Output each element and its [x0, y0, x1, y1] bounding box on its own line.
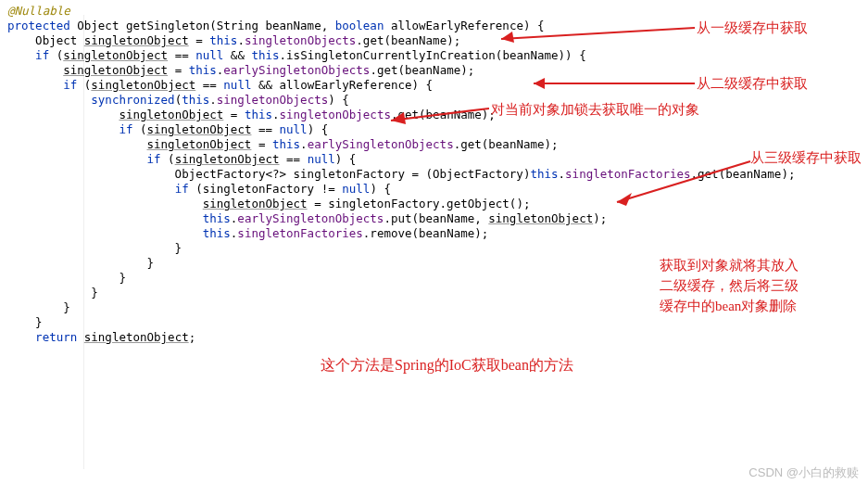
svg-line-6 [617, 161, 750, 202]
code-line: Object singletonObject = this.singletonO… [7, 33, 868, 48]
annotation-text: 获取到对象就将其放入 [660, 258, 799, 273]
arrow-icon [521, 74, 695, 93]
code-line: } [7, 315, 868, 330]
arrow-icon [486, 22, 695, 45]
svg-marker-3 [534, 78, 545, 89]
annotation: @Nullable [7, 4, 70, 18]
annotation-text: 从三级缓存中获取 [750, 150, 862, 165]
svg-marker-5 [391, 112, 406, 124]
annotation-text: 对当前对象加锁去获取唯一的对象 [491, 102, 699, 117]
arrow-icon [604, 158, 752, 206]
annotation-text: 从一级缓存中获取 [697, 20, 808, 35]
code-line: if (singletonObject == null && this.isSi… [7, 48, 868, 63]
code-line: this.earlySingletonObjects.put(beanName,… [7, 211, 868, 226]
code-line: this.singletonFactories.remove(beanName)… [7, 226, 868, 241]
annotation-text: 二级缓存，然后将三级 [660, 278, 799, 293]
code-line: singletonObject = this.earlySingletonObj… [7, 137, 868, 152]
svg-line-4 [391, 108, 489, 121]
svg-marker-7 [617, 193, 632, 206]
annotation-text: 这个方法是Spring的IoC获取bean的方法 [321, 358, 573, 373]
svg-line-0 [501, 28, 695, 39]
annotation-text: 缓存中的bean对象删除 [660, 299, 797, 313]
watermark: CSDN @小白的救赎 [748, 465, 859, 480]
arrow-icon [378, 104, 489, 126]
annotation-text: 从二级缓存中获取 [697, 76, 808, 91]
code-line: @Nullable [7, 4, 868, 19]
svg-marker-1 [501, 32, 514, 43]
code-line: } [7, 241, 868, 256]
code-line: return singletonObject; [7, 330, 868, 345]
